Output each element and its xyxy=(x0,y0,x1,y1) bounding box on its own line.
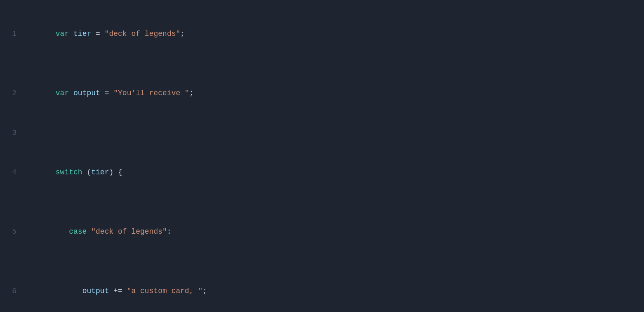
keyword-var: var xyxy=(56,30,73,38)
punct-close-brace-open: ) { xyxy=(109,168,122,176)
line-3-content xyxy=(29,123,33,143)
punct-colon-1: : xyxy=(167,228,172,236)
punct-semi-2: ; xyxy=(189,89,194,97)
operator-eq: = xyxy=(91,30,104,38)
line-6-content: output += "a custom card, "; xyxy=(29,261,207,312)
indent-5 xyxy=(56,228,69,236)
operator-eq-2: = xyxy=(100,89,113,97)
keyword-var-2: var xyxy=(56,89,73,97)
line-number-1: 1 xyxy=(8,24,29,44)
line-2-content: var output = "You'll receive "; xyxy=(29,63,194,123)
code-editor: 1 var tier = "deck of legends"; 2 var ou… xyxy=(0,0,644,312)
identifier-tier-2: tier xyxy=(91,168,109,176)
indent-6 xyxy=(56,287,82,295)
code-line-4: 4 switch (tier) { xyxy=(0,143,644,202)
code-line-2: 2 var output = "You'll receive "; xyxy=(0,63,644,123)
line-number-2: 2 xyxy=(8,83,29,103)
keyword-case-1: case xyxy=(69,228,91,236)
identifier-output-2: output xyxy=(82,287,109,295)
punct-semi: ; xyxy=(180,30,185,38)
string-deck-of-legends: "deck of legends" xyxy=(105,30,181,38)
operator-pluseq-1: += xyxy=(109,287,127,295)
string-custom-card: "a custom card, " xyxy=(127,287,203,295)
punct-open-paren: ( xyxy=(87,168,91,176)
line-4-content: switch (tier) { xyxy=(29,143,122,202)
identifier-output: output xyxy=(73,89,100,97)
line-number-6: 6 xyxy=(8,281,29,301)
line-number-4: 4 xyxy=(8,162,29,182)
code-line-5: 5 case "deck of legends": xyxy=(0,202,644,261)
line-5-content: case "deck of legends": xyxy=(29,202,172,261)
line-number-5: 5 xyxy=(8,222,29,242)
code-line-6: 6 output += "a custom card, "; xyxy=(0,261,644,312)
code-line-1: 1 var tier = "deck of legends"; xyxy=(0,4,644,63)
punct-semi-3: ; xyxy=(202,287,207,295)
identifier-tier: tier xyxy=(73,30,91,38)
keyword-switch: switch xyxy=(56,168,87,176)
line-number-3: 3 xyxy=(8,123,29,143)
line-1-content: var tier = "deck of legends"; xyxy=(29,4,185,63)
code-line-3: 3 xyxy=(0,123,644,143)
string-case-deck: "deck of legends" xyxy=(91,228,167,236)
string-youll-receive: "You'll receive " xyxy=(113,89,189,97)
